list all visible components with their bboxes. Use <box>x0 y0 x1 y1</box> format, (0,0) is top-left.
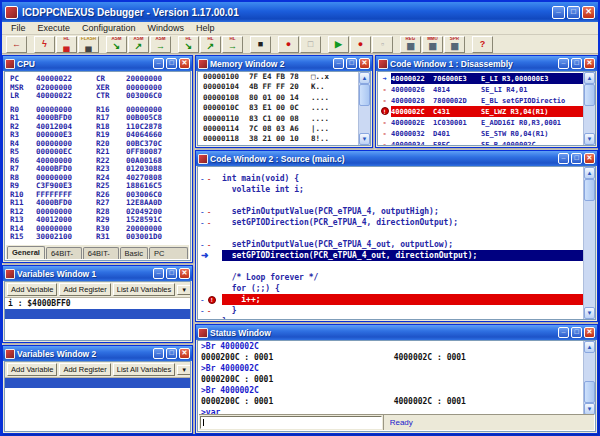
scroll-thumb[interactable] <box>584 84 595 106</box>
register-value[interactable]: 40000022 <box>36 92 96 101</box>
vars1-maximize-button[interactable] <box>166 268 177 279</box>
source-line[interactable]: -- setPinOutputValue(PCR_eTPUA_4, output… <box>198 206 583 217</box>
asm-step-out-icon[interactable]: ASM→ <box>150 36 171 53</box>
mmu-window-icon[interactable]: MMU▦ <box>422 36 443 53</box>
menu-item-execute[interactable]: Execute <box>33 23 76 33</box>
maximize-button[interactable] <box>567 6 580 19</box>
cpu-tab-basic[interactable]: Basic <box>120 247 148 259</box>
vars2-close-button[interactable] <box>179 348 190 359</box>
close-button[interactable] <box>582 6 595 19</box>
hl-step-into-icon[interactable]: HL↘ <box>178 36 199 53</box>
source-line[interactable]: volatile int i; <box>198 184 583 195</box>
cpu-tab-64bit-2[interactable]: 64BIT-2 <box>83 247 119 259</box>
hl-step-out-icon[interactable]: HL→ <box>222 36 243 53</box>
vars2-title-bar[interactable]: Variables Window 2 <box>3 346 192 361</box>
stop-icon[interactable]: ■ <box>250 36 271 53</box>
list-all-variables-button[interactable]: List All Variables <box>113 363 175 376</box>
source-line[interactable]: --int main(void) { <box>198 173 583 184</box>
cpu-close-button[interactable] <box>179 58 190 69</box>
spr-window-icon[interactable]: SPR▦ <box>444 36 465 53</box>
register-value[interactable]: 003001D0 <box>126 233 186 242</box>
disasm-vscrollbar[interactable] <box>583 72 595 145</box>
source-close-button[interactable] <box>584 153 595 164</box>
scroll-up-icon[interactable] <box>584 341 595 353</box>
source-vscrollbar[interactable] <box>583 167 595 319</box>
hl-step-over-icon[interactable]: HL↗ <box>200 36 221 53</box>
source-title-bar[interactable]: Code Window 2 : Source (main.c) <box>196 151 597 166</box>
status-close-button[interactable] <box>584 327 595 338</box>
memory-close-button[interactable] <box>359 58 370 69</box>
memory-vscrollbar[interactable] <box>358 72 370 145</box>
vars2-selected-row[interactable] <box>5 378 190 388</box>
memory-maximize-button[interactable] <box>346 58 357 69</box>
source-line[interactable]: ➜ setGPIODirection(PCR_eTPUA_4_out, dire… <box>198 250 583 261</box>
source-line[interactable]: /* Loop forever */ <box>198 272 583 283</box>
source-line[interactable]: } <box>198 316 583 320</box>
scroll-thumb[interactable] <box>584 179 595 201</box>
scroll-up-icon[interactable] <box>584 72 595 84</box>
source-line[interactable]: -! i++; <box>198 294 583 305</box>
reg-window-icon[interactable]: REG▦ <box>400 36 421 53</box>
scroll-down-icon[interactable] <box>359 133 370 145</box>
go-to-breakpoint-icon[interactable]: ● <box>350 36 371 53</box>
source-minimize-button[interactable] <box>558 153 569 164</box>
cpu-minimize-button[interactable] <box>153 58 164 69</box>
hl-program-icon[interactable]: HL▄ <box>56 36 77 53</box>
disasm-close-button[interactable] <box>584 58 595 69</box>
vars1-close-button[interactable] <box>179 268 190 279</box>
source-maximize-button[interactable] <box>571 153 582 164</box>
disasm-row[interactable]: -4000002E1C030001E_ADD16I R0,R3,0001 <box>378 117 583 128</box>
status-title-bar[interactable]: Status Window <box>196 325 597 340</box>
menu-item-windows[interactable]: Windows <box>143 23 190 33</box>
list-all-variables-button[interactable]: List All Variables <box>113 283 175 296</box>
asm-step-into-icon[interactable]: ASM↘ <box>106 36 127 53</box>
source-line[interactable] <box>198 228 583 239</box>
vars1-title-bar[interactable]: Variables Window 1 <box>3 266 192 281</box>
source-line[interactable]: -- } <box>198 305 583 316</box>
source-line[interactable] <box>198 261 583 272</box>
source-line[interactable]: for (;;) { <box>198 283 583 294</box>
variables-dropdown-icon[interactable]: ▼ <box>177 285 191 295</box>
source-line[interactable] <box>198 195 583 206</box>
register-value[interactable]: 30002100 <box>36 233 96 242</box>
add-variable-button[interactable]: Add Variable <box>7 363 57 376</box>
back-icon[interactable]: ← <box>6 36 27 53</box>
vars1-selected-row[interactable] <box>5 309 190 319</box>
disasm-title-bar[interactable]: Code Window 1 : Disassembly <box>376 56 597 71</box>
scroll-thumb[interactable] <box>359 84 370 106</box>
menu-item-help[interactable]: Help <box>191 23 220 33</box>
disasm-row[interactable]: -400000264814SE_LI R4,01 <box>378 84 583 95</box>
scroll-up-icon[interactable] <box>584 167 595 179</box>
status-maximize-button[interactable] <box>571 327 582 338</box>
flash-program-icon[interactable]: FLASH▄ <box>78 36 99 53</box>
disasm-row[interactable]: !4000002CC431SE_LWZ R3,04(R1) <box>378 106 583 117</box>
go-disabled-icon[interactable]: ▫ <box>372 36 393 53</box>
cpu-tab-64bit-1[interactable]: 64BIT-1 <box>46 247 82 259</box>
scroll-up-icon[interactable] <box>359 72 370 84</box>
disasm-row[interactable]: -400000287800002DE_BL setGPIODirectio <box>378 95 583 106</box>
source-line[interactable]: -- setPinOutputValue(PCR_eTPUA_4_out, ou… <box>198 239 583 250</box>
variables-dropdown-icon[interactable]: ▼ <box>177 365 191 375</box>
help-icon[interactable]: ? <box>472 36 493 53</box>
status-vscrollbar[interactable] <box>583 341 595 415</box>
menu-item-file[interactable]: File <box>6 23 31 33</box>
cpu-tab-pc-fifo[interactable]: PC FIFO <box>149 247 188 259</box>
command-input[interactable] <box>200 416 382 429</box>
scroll-down-icon[interactable] <box>584 133 595 145</box>
set-breakpoint-icon[interactable]: ● <box>278 36 299 53</box>
minimize-button[interactable] <box>552 6 565 19</box>
main-title-bar[interactable]: ICDPPCNEXUS Debugger - Version 1.17.00.0… <box>2 2 598 22</box>
add-variable-button[interactable]: Add Variable <box>7 283 57 296</box>
vars2-maximize-button[interactable] <box>166 348 177 359</box>
cpu-window-title-bar[interactable]: CPU <box>3 56 192 71</box>
menu-item-configuration[interactable]: Configuration <box>77 23 141 33</box>
disasm-row[interactable]: -40000034E8FCSE_B 4000002C <box>378 139 583 146</box>
disasm-row[interactable]: -40000032D401SE_STW R0,04(R1) <box>378 128 583 139</box>
scroll-down-icon[interactable] <box>584 307 595 319</box>
scroll-thumb[interactable] <box>584 381 595 403</box>
cpu-maximize-button[interactable] <box>166 58 177 69</box>
status-minimize-button[interactable] <box>558 327 569 338</box>
source-line[interactable]: -- setGPIODirection(PCR_eTPUA_4, directi… <box>198 217 583 228</box>
go-icon[interactable]: ▶ <box>328 36 349 53</box>
memory-minimize-button[interactable] <box>333 58 344 69</box>
